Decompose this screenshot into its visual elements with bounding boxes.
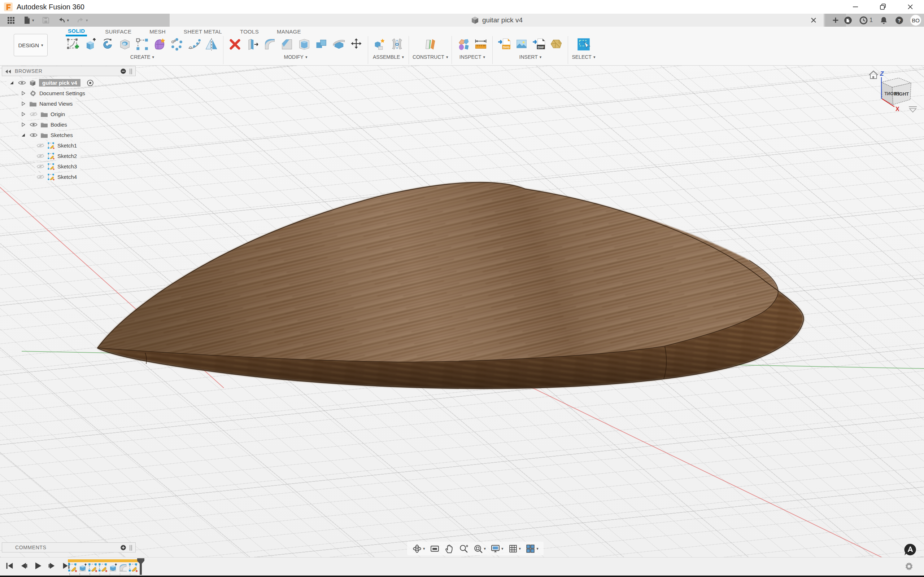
visibility-eye-off-icon[interactable]	[36, 174, 45, 180]
timeline-feature-sketch-3[interactable]	[88, 563, 97, 572]
chevron-down-icon[interactable]: ▾	[67, 18, 69, 23]
group-label-inspect[interactable]: INSPECT▾	[459, 54, 485, 60]
tree-row-bodies[interactable]: Bodies	[2, 119, 136, 130]
look-at-button[interactable]	[430, 544, 439, 554]
create-sketch-button[interactable]	[65, 36, 81, 53]
group-label-insert[interactable]: INSERT▾	[519, 54, 542, 60]
tree-row-sketch2[interactable]: Sketch2	[2, 151, 136, 161]
timeline-feature-fillet-6[interactable]	[118, 563, 128, 572]
expand-arrow-icon[interactable]	[8, 79, 15, 87]
autodesk-assistant-badge[interactable]	[904, 543, 917, 556]
minimize-button[interactable]	[842, 0, 869, 14]
design-workspace-dropdown[interactable]: DESIGN ▾	[14, 34, 48, 56]
minus-circle-icon[interactable]	[120, 68, 126, 74]
mcmaster-button[interactable]	[548, 36, 564, 53]
close-tab-icon[interactable]	[809, 16, 818, 24]
redo-button[interactable]: ▾	[74, 15, 90, 26]
go-to-start-button[interactable]	[5, 561, 15, 571]
fillet-button[interactable]	[262, 36, 278, 53]
delete-button[interactable]	[227, 36, 243, 53]
visibility-eye-off-icon[interactable]	[36, 143, 45, 148]
guitar-pick-model[interactable]	[87, 177, 812, 393]
cube-faces[interactable]: FRONT RIGHT	[881, 78, 911, 105]
tree-row-named-views[interactable]: Named Views	[2, 98, 136, 109]
shell-button[interactable]	[296, 36, 312, 53]
viewcube-menu-icon[interactable]	[909, 107, 917, 112]
activate-target-icon[interactable]	[87, 79, 94, 87]
document-tab[interactable]: guitar pick v4	[170, 14, 824, 27]
expand-arrow-icon[interactable]	[19, 132, 27, 139]
timeline-range-bar[interactable]	[68, 559, 139, 562]
close-button[interactable]	[897, 0, 924, 14]
orbit-button[interactable]: ▾	[412, 544, 425, 554]
visibility-eye-icon[interactable]	[29, 132, 38, 138]
visibility-eye-icon[interactable]	[29, 122, 38, 128]
grid-and-snaps-button[interactable]: ▾	[508, 544, 521, 554]
timeline-feature-sketch-4[interactable]	[98, 563, 108, 572]
zoom-button[interactable]	[459, 544, 468, 554]
collapse-panel-icon[interactable]	[5, 69, 11, 74]
preferences-gear-icon[interactable]	[904, 561, 914, 571]
visibility-eye-off-icon[interactable]	[29, 111, 38, 117]
tab-mesh[interactable]: MESH	[149, 29, 166, 36]
joint-button[interactable]	[389, 36, 405, 53]
chamfer-button[interactable]	[279, 36, 295, 53]
save-button[interactable]	[39, 15, 52, 26]
mirror-button[interactable]	[204, 36, 220, 53]
app-grid-button[interactable]	[4, 15, 17, 26]
timeline-feature-sketch-1[interactable]	[68, 563, 77, 572]
undo-button[interactable]: ▾	[55, 15, 71, 26]
press-pull-button[interactable]	[244, 36, 260, 53]
step-back-button[interactable]	[19, 561, 29, 571]
form-button[interactable]	[152, 36, 168, 53]
hole-button[interactable]	[117, 36, 133, 53]
visibility-eye-off-icon[interactable]	[36, 164, 45, 169]
expand-arrow-icon[interactable]	[19, 100, 27, 108]
measure-button[interactable]	[473, 36, 489, 53]
insert-dxf-button[interactable]: DXF	[531, 36, 547, 53]
group-label-select[interactable]: SELECT▾	[572, 54, 595, 60]
circ-pattern-button[interactable]	[169, 36, 185, 53]
group-label-create[interactable]: CREATE▾	[130, 54, 154, 60]
chevron-down-icon[interactable]: ▾	[423, 547, 425, 551]
step-forward-button[interactable]	[47, 561, 57, 571]
panel-grip-icon[interactable]	[129, 68, 132, 74]
tree-row-sketches[interactable]: Sketches	[2, 130, 136, 140]
new-tab-button[interactable]	[825, 14, 846, 27]
tree-row-sketch4[interactable]: Sketch4	[2, 172, 136, 182]
group-label-construct[interactable]: CONSTRUCT▾	[412, 54, 448, 60]
canvas-button[interactable]	[514, 36, 530, 53]
timeline-feature-extrude-2[interactable]	[78, 563, 87, 572]
timeline-position-marker[interactable]	[136, 558, 145, 575]
tree-row-origin[interactable]: Origin	[2, 109, 136, 119]
chevron-down-icon[interactable]: ▾	[32, 18, 34, 23]
tab-tools[interactable]: TOOLS	[240, 29, 259, 36]
viewports-button[interactable]: ▾	[525, 544, 538, 554]
chevron-down-icon[interactable]: ▾	[536, 547, 538, 551]
expand-arrow-icon[interactable]	[19, 90, 27, 97]
move-button[interactable]	[348, 36, 364, 53]
home-icon[interactable]	[869, 71, 878, 79]
comments-header[interactable]: COMMENTS	[2, 542, 136, 553]
visibility-eye-icon[interactable]	[18, 80, 26, 86]
new-component-button[interactable]	[372, 36, 388, 53]
insert-svg-button[interactable]: SVG	[496, 36, 512, 53]
expand-arrow-icon[interactable]	[19, 121, 27, 128]
group-label-assemble[interactable]: ASSEMBLE▾	[373, 54, 404, 60]
add-comment-icon[interactable]	[120, 545, 126, 551]
notifications-button[interactable]	[879, 16, 888, 25]
rect-pattern-button[interactable]	[134, 36, 150, 53]
tree-row-guitar-pick-v4[interactable]: guitar pick v4	[2, 77, 136, 88]
group-label-modify[interactable]: MODIFY▾	[284, 54, 307, 60]
chevron-down-icon[interactable]: ▾	[484, 547, 486, 551]
tab-solid[interactable]: SOLID	[66, 28, 87, 36]
browser-header[interactable]: BROWSER	[2, 66, 136, 76]
view-cube[interactable]: Z FRONT RIGHT X	[861, 66, 919, 119]
combine-button[interactable]	[313, 36, 330, 53]
tree-row-sketch3[interactable]: Sketch3	[2, 161, 136, 172]
play-button[interactable]	[33, 561, 43, 571]
tree-row-document-settings[interactable]: Document Settings	[2, 88, 136, 98]
panel-grip-icon[interactable]	[129, 545, 132, 551]
extensions-button[interactable]	[843, 16, 853, 25]
timeline-feature-extrude-5[interactable]	[108, 563, 118, 572]
